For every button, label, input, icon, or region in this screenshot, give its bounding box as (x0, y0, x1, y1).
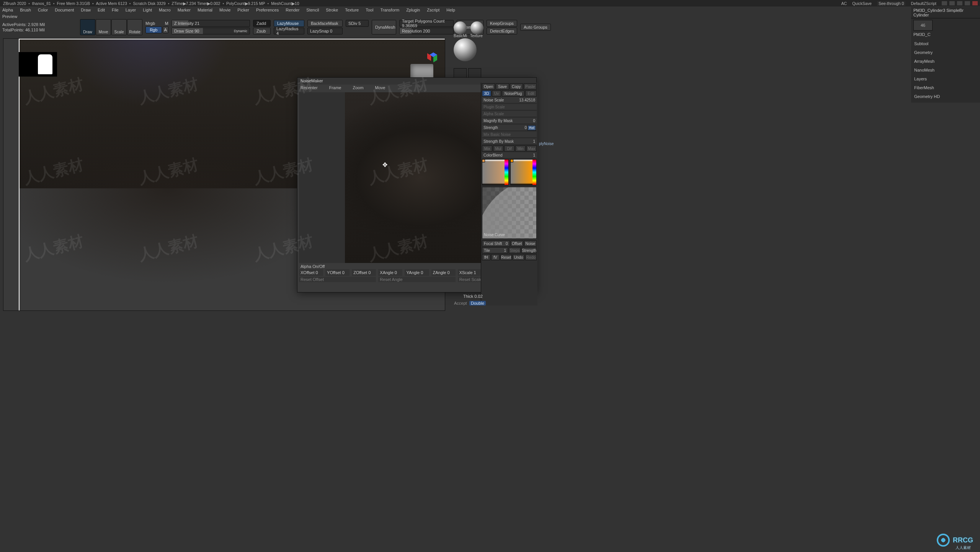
fh-button[interactable]: fH (482, 254, 490, 260)
menu-draw[interactable]: Draw (81, 8, 91, 12)
np-save[interactable]: Save (496, 83, 509, 90)
see-through-slider[interactable]: See-through 0 (877, 1, 906, 6)
color-picker-b[interactable] (510, 159, 537, 185)
mrgb-label[interactable]: Mrgb (145, 21, 155, 26)
menu-layer[interactable]: Layer (126, 8, 136, 12)
np-uv-toggle[interactable]: Uv (492, 90, 501, 96)
menu-alpha[interactable]: Alpha (2, 8, 13, 12)
tool-index[interactable]: 46 (913, 20, 933, 31)
accept-button[interactable]: Accept (454, 301, 467, 305)
mix-mode-mix[interactable]: Mix (482, 145, 492, 152)
menu-picker[interactable]: Picker (237, 8, 249, 12)
palette-nanomesh[interactable]: NanoMesh (913, 66, 978, 74)
colorblend-slider[interactable]: ColorBlend1 (482, 152, 537, 158)
np-edit[interactable]: Edit (525, 90, 537, 96)
palette-fibermesh[interactable]: FiberMesh (913, 84, 978, 91)
lazysnap-slider[interactable]: LazySnap 0 (307, 28, 343, 34)
dynamesh-button[interactable]: DynaMesh (372, 20, 396, 34)
quicksave-button[interactable]: QuickSave (852, 1, 872, 6)
ac-button[interactable]: AC (841, 1, 847, 6)
alpha-scale-slider[interactable]: Alpha Scale (482, 111, 537, 117)
menu-stroke[interactable]: Stroke (326, 8, 338, 12)
zsub-button[interactable]: Zsub (253, 28, 271, 34)
maximize-icon[interactable] (965, 1, 970, 5)
menu-document[interactable]: Document (55, 8, 74, 12)
menu-icon[interactable] (949, 1, 955, 5)
steps-button[interactable]: Steps (509, 247, 521, 253)
detectedges-button[interactable]: DetectEdges (487, 28, 517, 34)
redo-button[interactable]: Redo (525, 254, 537, 260)
reset-button[interactable]: Reset (500, 254, 512, 260)
menu-zplugin[interactable]: Zplugin (406, 8, 420, 12)
zoffset-slider[interactable]: ZOffset 0 (352, 269, 376, 276)
mix-mode-min[interactable]: Min (515, 145, 526, 152)
mix-mode-max[interactable]: Max (526, 145, 537, 152)
mix-mode-mul[interactable]: Mul (493, 145, 503, 152)
palette-arraymesh[interactable]: ArrayMesh (913, 57, 978, 65)
fv-button[interactable]: fV (491, 254, 500, 260)
yangle-slider[interactable]: YAngle 0 (405, 269, 429, 276)
plugin-scale-slider[interactable]: Plugin Scale (482, 104, 537, 110)
zadd-button[interactable]: Zadd (253, 20, 271, 27)
sdiv-slider[interactable]: SDiv 5 (346, 20, 369, 27)
np-noiseplug[interactable]: NoisePlug (502, 90, 524, 96)
palette-geometryhd[interactable]: Geometry HD (913, 93, 978, 100)
yoffset-slider[interactable]: YOffset 0 (325, 269, 350, 276)
menu-stencil[interactable]: Stencil (306, 8, 319, 12)
menu-marker[interactable]: Marker (178, 8, 191, 12)
menu-macro[interactable]: Macro (159, 8, 171, 12)
menu-icon[interactable] (942, 1, 947, 5)
lazyradius-slider[interactable]: LazyRadius 4 (274, 28, 304, 34)
noise-scale-slider[interactable]: Noise Scale13.42518 (482, 97, 537, 103)
menu-color[interactable]: Color (38, 8, 48, 12)
strength-button[interactable]: Strength (521, 247, 537, 253)
mode-rotate[interactable]: Rotate (127, 19, 142, 35)
xoffset-slider[interactable]: XOffset 0 (299, 269, 323, 276)
mode-draw[interactable]: Draw (80, 19, 95, 35)
tool-current[interactable]: PM3D_C (911, 32, 980, 38)
mode-scale[interactable]: Scale (111, 19, 127, 35)
m-label[interactable]: M (165, 21, 168, 26)
xangle-slider[interactable]: XAngle 0 (378, 269, 402, 276)
lazymouse-toggle[interactable]: LazyMouse (274, 20, 304, 27)
nm-recenter[interactable]: Recenter (301, 85, 318, 91)
current-material-icon[interactable] (454, 38, 477, 61)
menu-preferences[interactable]: Preferences (256, 8, 279, 12)
thick-slider[interactable]: Thick 0.02 (463, 294, 483, 299)
np-open[interactable]: Open (482, 83, 495, 90)
menu-brush[interactable]: Brush (20, 8, 31, 12)
material-sphere-icon[interactable] (470, 21, 483, 34)
zangle-slider[interactable]: ZAngle 0 (431, 269, 456, 276)
reset-offset-button[interactable]: Reset Offset (299, 277, 376, 282)
strength-slider[interactable]: Strength0Rel (482, 125, 537, 131)
palette-geometry[interactable]: Geometry (913, 49, 978, 56)
reset-angle-button[interactable]: Reset Angle (378, 277, 455, 282)
nm-frame[interactable]: Frame (329, 85, 341, 91)
tool-breadcrumb[interactable]: PM3D_Cylinder3 SimpleBr Cylinder (911, 7, 980, 18)
menu-texture[interactable]: Texture (345, 8, 359, 12)
nm-move[interactable]: Move (375, 85, 385, 91)
np-3d-toggle[interactable]: 3D (482, 90, 491, 96)
tile-slider[interactable]: Tile1 (482, 247, 508, 253)
menu-movie[interactable]: Movie (219, 8, 230, 12)
menu-light[interactable]: Light (143, 8, 152, 12)
nm-zoom[interactable]: Zoom (353, 85, 363, 91)
defaultzscript-button[interactable]: DefaultZScript (911, 1, 936, 6)
backfacemask-toggle[interactable]: BackfaceMask (307, 20, 343, 27)
close-icon[interactable] (972, 1, 978, 5)
undo-button[interactable]: Undo (513, 254, 524, 260)
np-copy[interactable]: Copy (510, 83, 523, 90)
menu-edit[interactable]: Edit (98, 8, 105, 12)
palette-layers[interactable]: Layers (913, 75, 978, 83)
menu-tool[interactable]: Tool (366, 8, 373, 12)
menu-render[interactable]: Render (286, 8, 299, 12)
material-sphere-icon[interactable] (454, 21, 467, 34)
xscale-slider[interactable]: XScale 1 (458, 269, 482, 276)
rgb-toggle[interactable]: Rgb (145, 26, 162, 33)
target-poly-slider[interactable]: Target Polygons Count 9.36869 (399, 20, 454, 27)
menu-material[interactable]: Material (198, 8, 212, 12)
offset-button[interactable]: Offset (511, 240, 523, 247)
menu-file[interactable]: File (112, 8, 119, 12)
focal-shift-slider[interactable]: Focal Shift0 (482, 240, 510, 247)
mix-basic-noise[interactable]: Mix Basic Noise (482, 132, 537, 138)
